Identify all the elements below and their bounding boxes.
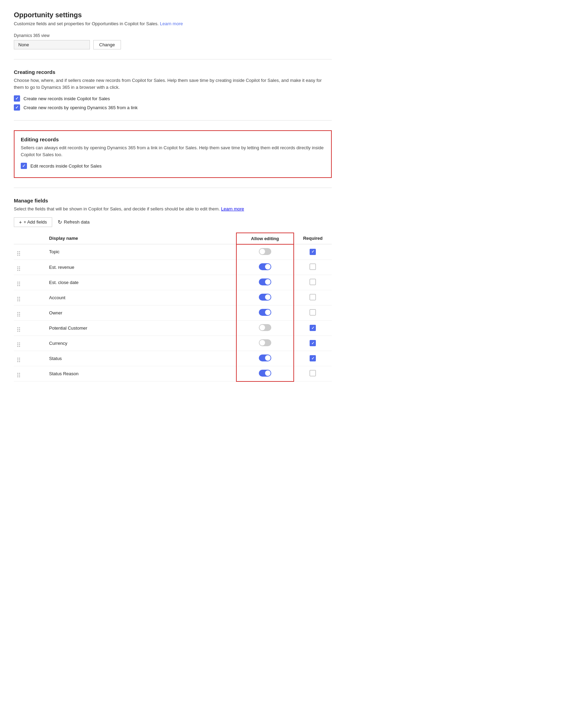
toggle-track bbox=[259, 354, 271, 361]
drag-handle-cell[interactable] bbox=[14, 320, 46, 335]
toggle-thumb bbox=[265, 279, 271, 285]
drag-handle[interactable] bbox=[17, 327, 20, 332]
allow-editing-cell[interactable] bbox=[236, 290, 294, 305]
toggle-thumb bbox=[265, 294, 271, 300]
allow-editing-cell[interactable] bbox=[236, 275, 294, 290]
allow-editing-toggle[interactable] bbox=[259, 324, 271, 331]
drag-handle[interactable] bbox=[17, 342, 20, 347]
toggle-track bbox=[259, 370, 271, 377]
drag-handle-cell[interactable] bbox=[14, 351, 46, 366]
table-row: Status Reason bbox=[14, 366, 332, 381]
fields-table: Display name Allow editing Required Topi… bbox=[14, 233, 332, 382]
required-cell[interactable] bbox=[294, 305, 332, 320]
creating-records-desc: Choose how, where, and if sellers create… bbox=[14, 77, 332, 91]
required-cell[interactable] bbox=[294, 259, 332, 275]
drag-handle-cell[interactable] bbox=[14, 259, 46, 275]
required-checkbox[interactable] bbox=[310, 249, 316, 255]
toggle-track bbox=[259, 324, 271, 331]
field-display-name: Account bbox=[46, 290, 236, 305]
page-title: Opportunity settings bbox=[14, 11, 332, 19]
checkbox-create-inside[interactable] bbox=[14, 95, 20, 102]
checkbox-create-inside-label: Create new records inside Copilot for Sa… bbox=[23, 96, 110, 101]
required-checkbox[interactable] bbox=[310, 325, 316, 331]
drag-handle[interactable] bbox=[17, 251, 20, 256]
allow-editing-toggle[interactable] bbox=[259, 339, 271, 346]
col-header-display-name: Display name bbox=[46, 233, 236, 244]
allow-editing-toggle[interactable] bbox=[259, 309, 271, 316]
required-cell[interactable] bbox=[294, 366, 332, 381]
toolbar-row: + + Add fields ↻ Refresh data bbox=[14, 217, 332, 227]
table-row: Est. close date bbox=[14, 275, 332, 290]
drag-handle-cell[interactable] bbox=[14, 290, 46, 305]
drag-handle-cell[interactable] bbox=[14, 244, 46, 260]
checkbox-edit-inside[interactable] bbox=[21, 163, 27, 169]
required-checkbox[interactable] bbox=[310, 355, 316, 361]
toggle-thumb bbox=[265, 355, 271, 361]
drag-handle[interactable] bbox=[17, 358, 20, 362]
drag-handle-cell[interactable] bbox=[14, 366, 46, 381]
manage-fields-section: Manage fields Select the fields that wil… bbox=[14, 198, 332, 382]
toggle-thumb bbox=[260, 325, 265, 330]
required-checkbox[interactable] bbox=[310, 264, 316, 270]
drag-handle[interactable] bbox=[17, 266, 20, 271]
allow-editing-cell[interactable] bbox=[236, 366, 294, 381]
toggle-track bbox=[259, 309, 271, 316]
toggle-track bbox=[259, 294, 271, 301]
allow-editing-cell[interactable] bbox=[236, 244, 294, 260]
field-display-name: Currency bbox=[46, 335, 236, 351]
allow-editing-toggle[interactable] bbox=[259, 354, 271, 361]
toggle-thumb bbox=[265, 264, 271, 270]
page-subtitle: Customize fields and set properties for … bbox=[14, 21, 332, 26]
allow-editing-cell[interactable] bbox=[236, 259, 294, 275]
required-checkbox[interactable] bbox=[310, 279, 316, 285]
toggle-thumb bbox=[265, 310, 271, 315]
required-cell[interactable] bbox=[294, 275, 332, 290]
allow-editing-toggle[interactable] bbox=[259, 370, 271, 377]
editing-records-title: Editing records bbox=[21, 136, 325, 142]
editing-records-desc: Sellers can always edit records by openi… bbox=[21, 144, 325, 158]
required-cell[interactable] bbox=[294, 244, 332, 260]
required-cell[interactable] bbox=[294, 320, 332, 335]
table-header-row: Display name Allow editing Required bbox=[14, 233, 332, 244]
drag-handle[interactable] bbox=[17, 373, 20, 377]
dynamics-view-label: Dynamics 365 view bbox=[14, 33, 332, 38]
field-display-name: Owner bbox=[46, 305, 236, 320]
drag-handle[interactable] bbox=[17, 282, 20, 286]
table-row: Owner bbox=[14, 305, 332, 320]
allow-editing-toggle[interactable] bbox=[259, 263, 271, 270]
learn-more-link-fields[interactable]: Learn more bbox=[221, 206, 244, 211]
checkbox-row-create-link: Create new records by opening Dynamics 3… bbox=[14, 104, 332, 111]
drag-handle-cell[interactable] bbox=[14, 275, 46, 290]
drag-handle[interactable] bbox=[17, 297, 20, 301]
required-checkbox[interactable] bbox=[310, 294, 316, 300]
dynamics-view-value: None bbox=[14, 40, 90, 49]
learn-more-link-top[interactable]: Learn more bbox=[160, 21, 183, 26]
add-fields-button[interactable]: + + Add fields bbox=[14, 217, 52, 227]
allow-editing-cell[interactable] bbox=[236, 351, 294, 366]
required-checkbox[interactable] bbox=[310, 309, 316, 315]
col-header-required: Required bbox=[294, 233, 332, 244]
table-row: Est. revenue bbox=[14, 259, 332, 275]
required-cell[interactable] bbox=[294, 290, 332, 305]
col-header-drag bbox=[14, 233, 46, 244]
allow-editing-cell[interactable] bbox=[236, 335, 294, 351]
required-checkbox[interactable] bbox=[310, 340, 316, 346]
toggle-thumb bbox=[260, 340, 265, 346]
required-checkbox[interactable] bbox=[310, 370, 316, 376]
drag-handle-cell[interactable] bbox=[14, 305, 46, 320]
creating-records-section: Creating records Choose how, where, and … bbox=[14, 69, 332, 111]
required-cell[interactable] bbox=[294, 351, 332, 366]
required-cell[interactable] bbox=[294, 335, 332, 351]
allow-editing-cell[interactable] bbox=[236, 305, 294, 320]
allow-editing-toggle[interactable] bbox=[259, 278, 271, 285]
allow-editing-toggle[interactable] bbox=[259, 248, 271, 255]
change-button[interactable]: Change bbox=[93, 40, 121, 49]
drag-handle-cell[interactable] bbox=[14, 335, 46, 351]
allow-editing-toggle[interactable] bbox=[259, 294, 271, 301]
checkbox-create-link[interactable] bbox=[14, 104, 20, 111]
toggle-track bbox=[259, 278, 271, 285]
drag-handle[interactable] bbox=[17, 312, 20, 316]
divider-1 bbox=[14, 59, 332, 59]
refresh-data-button[interactable]: ↻ Refresh data bbox=[58, 219, 90, 225]
allow-editing-cell[interactable] bbox=[236, 320, 294, 335]
